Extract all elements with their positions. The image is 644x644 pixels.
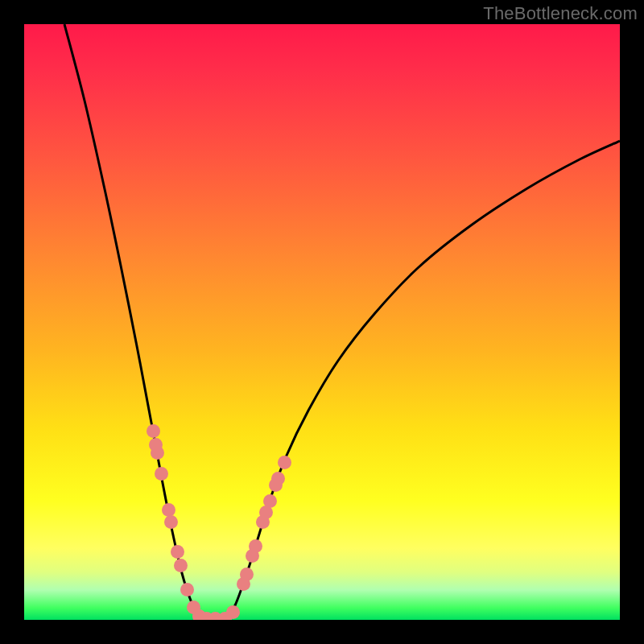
series-left-branch [64, 24, 205, 618]
data-point-icon [249, 539, 262, 553]
data-point-icon [147, 424, 160, 438]
data-point-icon [278, 456, 291, 469]
watermark-text: TheBottleneck.com [483, 3, 638, 24]
chart-frame: TheBottleneck.com [0, 0, 644, 644]
data-point-icon [271, 472, 285, 485]
data-point-icon [162, 503, 175, 517]
data-point-icon [151, 446, 164, 460]
data-point-icon [226, 605, 240, 619]
data-point-icon [240, 568, 254, 581]
plot-area [24, 24, 620, 620]
data-point-icon [171, 545, 184, 559]
data-point-icon [164, 515, 178, 529]
data-point-icon [155, 467, 168, 481]
data-point-icon [174, 559, 188, 572]
curve-layer [24, 24, 620, 620]
series-right-branch [225, 141, 620, 618]
data-point-icon [263, 494, 277, 508]
data-point-icon [180, 583, 194, 597]
